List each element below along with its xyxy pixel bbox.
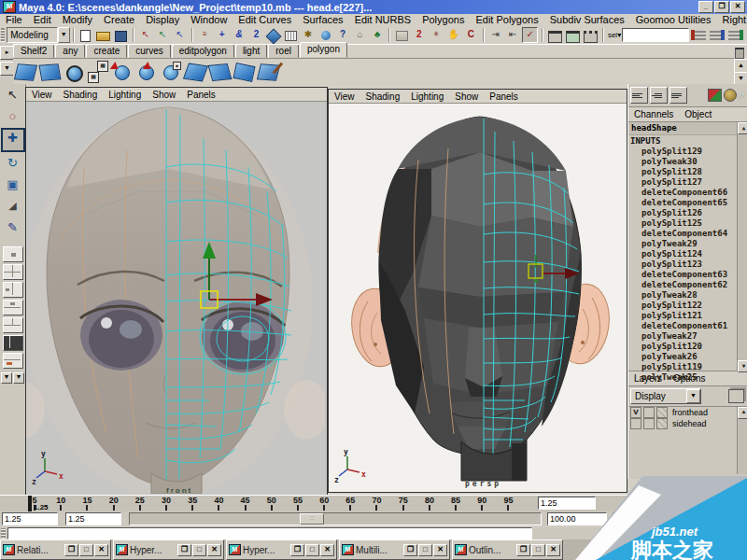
minimized-window[interactable]: M Multili... ❐ □ ✕ <box>339 539 450 560</box>
viewport-menu-item[interactable]: Shading <box>360 91 406 102</box>
create-layer-icon[interactable] <box>728 389 744 403</box>
animation-end-field[interactable] <box>613 512 661 525</box>
save-scene-icon[interactable] <box>113 27 128 43</box>
layout-two-pane-side-button[interactable] <box>3 282 23 298</box>
channel-shape-name[interactable]: headShape <box>628 122 738 135</box>
current-time-marker[interactable] <box>28 496 32 511</box>
sphere-icon[interactable] <box>317 27 332 43</box>
curve-snap-red-icon[interactable]: 2 <box>412 27 427 43</box>
range-slider-handle[interactable]: ∷ <box>300 513 324 525</box>
channel-item[interactable]: polySplit122 <box>628 301 738 311</box>
scroll-up-icon[interactable]: ▲ <box>738 407 747 419</box>
channel-item[interactable]: polySplit128 <box>628 167 738 177</box>
minimized-window[interactable]: M Outlin... ❐ □ ✕ <box>452 539 563 560</box>
toggle-channel-box-icon[interactable] <box>727 27 744 43</box>
channel-item[interactable]: polySplit127 <box>628 177 738 188</box>
select-object-icon[interactable]: ↖ <box>155 27 170 43</box>
menu-item[interactable]: File <box>0 14 28 26</box>
layout-outliner-persp-button[interactable] <box>3 335 23 351</box>
trash-icon[interactable] <box>734 46 745 57</box>
close-button[interactable]: ✕ <box>207 544 221 556</box>
range-slider-track[interactable]: ∷ <box>129 512 542 525</box>
channel-layout-3-icon[interactable] <box>669 87 687 104</box>
shelf-item-dice-poly[interactable]: ▦▦ <box>87 61 109 83</box>
channel-item[interactable]: polySplit126 <box>628 208 738 218</box>
layout-single-pane-button[interactable] <box>3 246 23 262</box>
hand-icon[interactable]: ✋ <box>446 27 461 43</box>
channel-scrollbar[interactable]: ▲ ▼ <box>737 122 747 371</box>
shelf-scroll-up-icon[interactable]: ▲ <box>734 59 747 73</box>
layout-four-pane-button[interactable] <box>3 264 23 280</box>
clock-icon[interactable] <box>724 89 737 102</box>
channel-layout-2-icon[interactable] <box>650 87 668 104</box>
menu-item[interactable]: Goomoo Utilities <box>630 14 717 26</box>
menu-item[interactable]: Modify <box>57 14 98 26</box>
layer-playback-checkbox[interactable] <box>643 418 655 429</box>
shelf-item-sculpt[interactable] <box>257 61 279 83</box>
viewport-menu-item[interactable]: Lighting <box>103 90 147 100</box>
channel-item[interactable]: polyTweak25 <box>628 372 738 383</box>
layout-two-pane-stacked-button[interactable] <box>3 300 23 315</box>
snap-curve-icon[interactable]: & <box>232 27 247 43</box>
viewport-menu-item[interactable]: Panels <box>484 91 524 102</box>
move-tool-icon[interactable]: ✚ <box>1 128 25 152</box>
menu-item[interactable]: Window <box>185 14 233 26</box>
channel-item[interactable]: polyTweak30 <box>628 157 738 167</box>
snap-point-icon[interactable]: 2 <box>248 27 263 43</box>
channel-item[interactable]: deleteComponent65 <box>628 198 738 208</box>
help-icon[interactable]: ? <box>335 27 350 43</box>
current-time-field[interactable] <box>538 497 596 510</box>
toolbox-prev-icon[interactable]: ▼ <box>1 372 12 384</box>
shelf-menu-icon[interactable]: ▸ <box>0 46 14 60</box>
layer-display-dropdown[interactable]: Display ▼ <box>630 388 701 404</box>
shelf-item-append-poly[interactable] <box>233 61 255 83</box>
layout-three-pane-button[interactable] <box>3 317 23 333</box>
scroll-up-icon[interactable]: ▲ <box>738 122 747 134</box>
shelf-item-split-face[interactable] <box>184 61 206 83</box>
shelf-item-circle-poly[interactable] <box>63 61 85 83</box>
channel-item[interactable]: deleteComponent64 <box>628 229 738 239</box>
channel-item[interactable]: polySplit121 <box>628 311 738 321</box>
channel-item[interactable]: polySplit119 <box>628 362 738 372</box>
layer-name[interactable]: sidehead <box>669 419 707 428</box>
shelf-tab-polygon[interactable]: polygon <box>300 42 347 58</box>
maximize-button[interactable]: □ <box>531 544 545 556</box>
close-button[interactable]: ✕ <box>94 544 108 556</box>
maximize-button[interactable]: □ <box>418 544 432 556</box>
tree-icon[interactable]: ♣ <box>370 27 385 43</box>
viewport-menu-item[interactable]: Panels <box>181 90 221 100</box>
ipr-render-icon[interactable] <box>565 27 581 43</box>
layer-color-swatch[interactable] <box>656 418 668 429</box>
select-tool-icon[interactable]: ↖ <box>3 85 23 105</box>
restore-button[interactable]: ❐ <box>403 544 417 556</box>
object-menu[interactable]: Object <box>679 109 717 119</box>
select-component-icon[interactable]: ↖ <box>173 27 188 43</box>
time-slider[interactable]: 5101520253035404550556065707580859095 1.… <box>0 495 747 511</box>
layer-playback-checkbox[interactable] <box>643 407 655 418</box>
layer-scrollbar[interactable]: ▲ <box>737 407 747 474</box>
menu-item[interactable]: Edit Polygons <box>470 14 543 26</box>
snap-menu-icon[interactable]: ≡ <box>197 27 212 43</box>
channels-menu[interactable]: Channels <box>628 109 679 119</box>
quick-select-label[interactable]: sel▾ <box>608 31 621 39</box>
channel-item[interactable]: deleteComponent63 <box>628 270 738 280</box>
viewport-menu-item[interactable]: Show <box>147 90 181 100</box>
snap-grid-icon[interactable]: + <box>214 27 229 43</box>
close-button[interactable]: ✕ <box>730 1 745 13</box>
shelf-item-polygon-plane[interactable] <box>14 61 36 83</box>
restore-button[interactable]: ❐ <box>177 544 191 556</box>
channel-item[interactable]: polyTweak28 <box>628 290 738 301</box>
minimized-window[interactable]: M Hyper... ❐ □ ✕ <box>226 539 337 560</box>
shelf-item-extrude[interactable] <box>111 61 134 83</box>
layer-name[interactable]: fronthead <box>669 408 708 417</box>
maximize-button[interactable]: □ <box>79 544 93 556</box>
viewport-menu-item[interactable]: Show <box>449 91 484 102</box>
menu-item[interactable]: Surfaces <box>297 14 348 26</box>
layer-visibility-checkbox[interactable]: V <box>630 407 641 418</box>
menu-item[interactable]: Edit <box>28 14 57 26</box>
animation-start-field[interactable] <box>2 512 58 525</box>
maximize-button[interactable]: □ <box>305 544 319 556</box>
pick-arrow-icon[interactable]: ↗ <box>739 91 746 101</box>
toolbox-next-icon[interactable]: ▼ <box>13 372 24 384</box>
make-live-icon[interactable] <box>283 27 298 43</box>
